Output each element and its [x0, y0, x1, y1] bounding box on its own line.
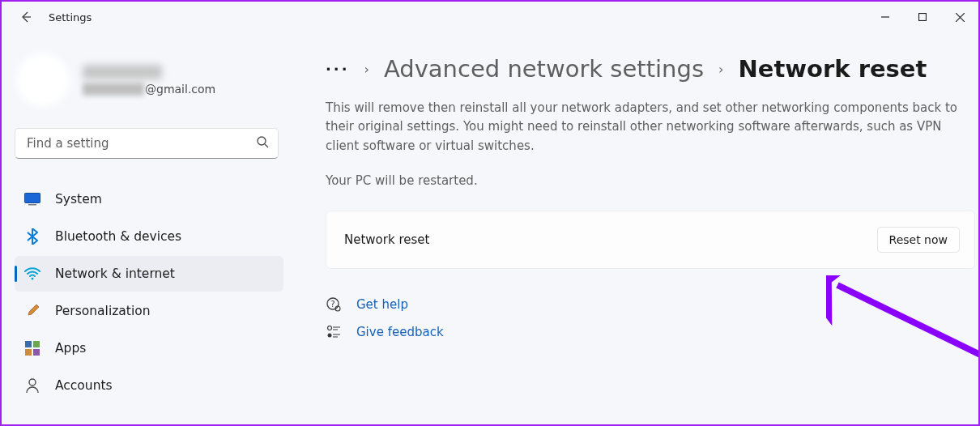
account-email-suffix: @gmail.com [145, 83, 215, 96]
sidebar-item-system[interactable]: System [15, 181, 283, 217]
maximize-button[interactable] [904, 2, 941, 32]
account-email-redacted [83, 83, 144, 96]
chevron-right-icon: › [718, 62, 723, 77]
give-feedback-link[interactable]: Give feedback [356, 325, 444, 339]
sidebar-item-label: System [55, 192, 102, 207]
close-button[interactable] [941, 2, 978, 32]
search-input[interactable] [15, 128, 279, 159]
chevron-right-icon: › [364, 62, 369, 77]
back-button[interactable] [16, 7, 36, 27]
search-container [15, 128, 279, 159]
sidebar: @gmail.com System Bluetooth & devices [2, 32, 292, 424]
svg-rect-2 [25, 194, 40, 203]
svg-rect-7 [25, 349, 32, 356]
svg-point-13 [328, 326, 332, 330]
minimize-button[interactable] [867, 2, 904, 32]
nav-list: System Bluetooth & devices Network & int… [15, 181, 283, 403]
network-reset-card: Network reset Reset now [326, 211, 975, 269]
maximize-icon [918, 13, 927, 21]
avatar [16, 53, 70, 107]
svg-rect-3 [28, 204, 36, 206]
svg-text:?: ? [330, 300, 334, 309]
breadcrumb: ··· › Advanced network settings › Networ… [326, 55, 978, 83]
svg-point-9 [29, 379, 36, 386]
svg-rect-8 [33, 349, 40, 356]
get-help-link[interactable]: Get help [356, 297, 408, 312]
account-name-redacted [83, 65, 162, 79]
window-controls [867, 2, 978, 32]
wifi-icon [24, 266, 40, 282]
help-icon: ? [326, 296, 342, 313]
sidebar-item-label: Bluetooth & devices [55, 229, 181, 244]
description-text: This will remove then reinstall all your… [326, 99, 965, 155]
svg-rect-5 [25, 341, 32, 347]
settings-window: Settings @gmail.com [0, 0, 980, 426]
sidebar-item-personalization[interactable]: Personalization [15, 293, 283, 329]
sidebar-item-label: Accounts [55, 378, 113, 393]
sidebar-item-label: Apps [55, 341, 86, 356]
breadcrumb-parent[interactable]: Advanced network settings [384, 55, 704, 83]
help-links: ? Get help Give feedback [326, 296, 978, 340]
card-title: Network reset [344, 232, 429, 247]
restart-notice: Your PC will be restarted. [326, 173, 978, 188]
search-icon [256, 135, 269, 151]
get-help-row: ? Get help [326, 296, 978, 313]
back-arrow-icon [19, 11, 32, 23]
person-icon [24, 377, 40, 394]
sidebar-item-label: Personalization [55, 304, 151, 318]
minimize-icon [881, 13, 889, 21]
sidebar-item-apps[interactable]: Apps [15, 330, 283, 366]
system-icon [24, 191, 40, 207]
breadcrumb-more-button[interactable]: ··· [326, 61, 350, 78]
give-feedback-row: Give feedback [326, 324, 978, 340]
sidebar-item-bluetooth[interactable]: Bluetooth & devices [15, 219, 283, 254]
sidebar-item-network[interactable]: Network & internet [15, 256, 283, 292]
bluetooth-icon [24, 228, 40, 245]
sidebar-item-label: Network & internet [55, 266, 175, 281]
account-email: @gmail.com [83, 83, 215, 96]
window-title: Settings [49, 11, 92, 23]
titlebar: Settings [2, 2, 978, 32]
brush-icon [24, 303, 40, 319]
window-body: @gmail.com System Bluetooth & devices [2, 32, 978, 424]
main-content: ··· › Advanced network settings › Networ… [292, 32, 978, 424]
svg-point-1 [258, 137, 266, 145]
account-block[interactable]: @gmail.com [15, 53, 283, 107]
feedback-icon [326, 324, 342, 340]
svg-rect-0 [919, 14, 927, 21]
reset-now-button[interactable]: Reset now [877, 227, 960, 253]
sidebar-item-accounts[interactable]: Accounts [15, 368, 283, 403]
close-icon [956, 13, 965, 22]
account-text: @gmail.com [83, 65, 215, 96]
svg-point-14 [328, 333, 332, 337]
apps-icon [24, 340, 40, 356]
svg-rect-6 [33, 341, 40, 347]
svg-point-4 [32, 278, 34, 280]
breadcrumb-current: Network reset [738, 55, 927, 83]
